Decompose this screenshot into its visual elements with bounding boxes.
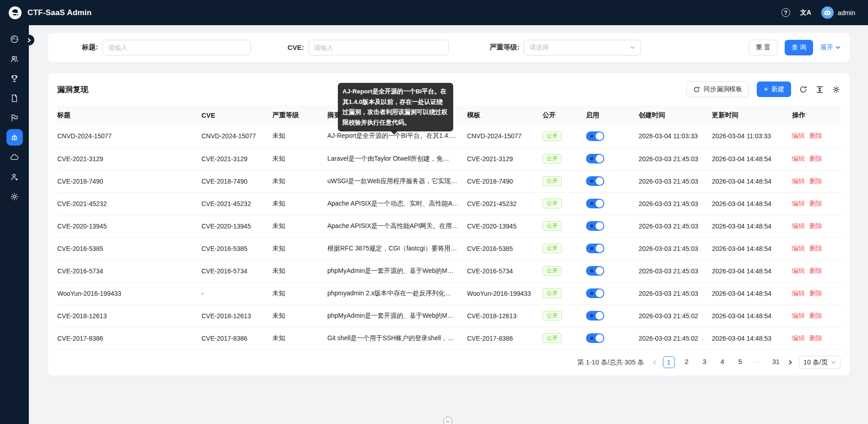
delete-link[interactable]: 删除 [809, 267, 822, 274]
pager-page[interactable]: 4 [716, 356, 728, 368]
page-size-value: 10 条/页 [803, 358, 828, 367]
pager-page[interactable]: 2 [681, 356, 693, 368]
cell-created: 2026-03-03 21:45:03 [639, 170, 712, 192]
enabled-toggle[interactable] [586, 311, 604, 321]
cloud-icon [10, 152, 19, 162]
delete-link[interactable]: 删除 [809, 289, 822, 297]
edit-link[interactable]: 编辑 [792, 222, 805, 229]
enabled-toggle[interactable] [586, 333, 604, 343]
app-logo-icon [8, 6, 22, 20]
pager-page[interactable]: 3 [699, 356, 711, 368]
new-button[interactable]: + 新建 [757, 82, 791, 97]
delete-link[interactable]: 删除 [809, 222, 822, 229]
cve-filter-input[interactable] [308, 40, 449, 55]
cell-actions: 编辑删除 [792, 215, 841, 237]
delete-link[interactable]: 删除 [809, 155, 822, 162]
page-size-select[interactable]: 10 条/页 [799, 356, 841, 369]
edit-link[interactable]: 编辑 [792, 289, 805, 297]
user-menu[interactable]: admin [821, 6, 855, 19]
summary-tooltip: AJ-Report是全开源的一个BI平台。在其1.4.0版本及以前，存在一处认证… [338, 83, 453, 131]
sidebar-item-flags[interactable] [6, 109, 23, 126]
enabled-toggle[interactable] [586, 244, 604, 253]
next-page-button[interactable] [788, 360, 793, 365]
help-icon[interactable]: ? [781, 8, 790, 17]
cell-title: CVE-2017-8386 [57, 327, 201, 349]
edit-link[interactable]: 编辑 [792, 177, 805, 185]
cell-updated: 2026-03-04 14:48:54 [712, 192, 792, 215]
cell-summary: phpmyadmin 2.x版本中存在一处反序列化… [327, 282, 467, 304]
table-row: CVE-2016-5734CVE-2016-5734未知phpMyAdmin是一… [57, 260, 841, 282]
search-button[interactable]: 查 询 [785, 40, 813, 55]
column-settings-button[interactable] [832, 85, 841, 94]
enabled-toggle[interactable] [586, 266, 604, 276]
public-badge: 公开 [542, 154, 562, 163]
edit-link[interactable]: 编辑 [792, 245, 805, 252]
severity-filter-select[interactable]: 请选择 [524, 40, 641, 55]
sidebar-item-user-management[interactable] [6, 169, 23, 185]
cell-cve: CVE-2018-7490 [201, 170, 272, 192]
cell-cve: CVE-2021-3129 [201, 147, 272, 170]
pager-page[interactable]: 1 [663, 356, 675, 368]
title-filter-input[interactable] [102, 40, 251, 55]
sidebar-item-dashboard[interactable] [6, 31, 23, 47]
cell-created: 2026-03-03 21:45:02 [639, 327, 712, 349]
sidebar-item-cloud[interactable] [6, 149, 23, 165]
refresh-button[interactable] [799, 85, 808, 94]
sidebar-item-documents[interactable] [6, 90, 23, 106]
public-badge: 公开 [542, 199, 562, 208]
cell-severity: 未知 [272, 327, 327, 349]
translate-icon[interactable]: 文A [800, 9, 811, 17]
edit-link[interactable]: 编辑 [792, 312, 805, 319]
delete-link[interactable]: 删除 [809, 132, 822, 139]
edit-link[interactable]: 编辑 [792, 155, 805, 162]
reset-button[interactable]: 重 置 [749, 40, 777, 55]
cell-summary: phpMyAdmin是一套开源的、基于Web的M… [327, 260, 467, 282]
pager-page[interactable]: 31 [770, 356, 782, 368]
pager-page[interactable]: 5 [734, 356, 746, 368]
cell-severity: 未知 [272, 170, 327, 192]
delete-link[interactable]: 删除 [809, 334, 822, 342]
cell-created: 2026-03-04 11:03:33 [639, 125, 712, 147]
floating-assistant-button[interactable] [443, 417, 452, 424]
sidebar-item-settings[interactable] [6, 188, 23, 205]
plus-icon: + [764, 85, 768, 93]
cell-title: CVE-2020-13945 [57, 215, 201, 237]
enabled-toggle[interactable] [586, 221, 604, 231]
sidebar-item-vulnerabilities[interactable] [6, 129, 23, 146]
sidebar-collapse-button[interactable] [24, 35, 34, 45]
refresh-icon [799, 86, 807, 93]
edit-link[interactable]: 编辑 [792, 267, 805, 274]
cell-template: CVE-2018-7490 [467, 170, 542, 192]
public-badge: 公开 [542, 176, 562, 186]
cell-actions: 编辑删除 [792, 327, 841, 349]
enabled-toggle[interactable] [586, 131, 604, 141]
row-height-button[interactable] [815, 85, 824, 94]
cell-summary: Apache APISIX是一个高性能API网关。在用… [327, 215, 467, 237]
enabled-toggle[interactable] [586, 288, 604, 298]
chevron-down-icon [630, 45, 635, 50]
table-row: CVE-2021-3129CVE-2021-3129未知Laravel是一个由T… [57, 147, 841, 170]
sidebar-item-trophy[interactable] [6, 70, 23, 87]
delete-link[interactable]: 删除 [809, 200, 822, 207]
delete-link[interactable]: 删除 [809, 177, 822, 185]
enabled-toggle[interactable] [586, 199, 604, 208]
app-title: CTF-SaaS Admin [27, 8, 92, 17]
cell-title: CVE-2016-5734 [57, 260, 201, 282]
delete-link[interactable]: 删除 [809, 245, 822, 252]
sync-template-button[interactable]: 同步漏洞模板 [686, 82, 749, 97]
cell-cve: CVE-2020-13945 [201, 215, 272, 237]
edit-link[interactable]: 编辑 [792, 200, 805, 207]
enabled-toggle[interactable] [586, 154, 604, 163]
expand-toggle[interactable]: 展开 [820, 43, 841, 52]
delete-link[interactable]: 删除 [809, 312, 822, 319]
edit-link[interactable]: 编辑 [792, 132, 805, 139]
edit-link[interactable]: 编辑 [792, 334, 805, 342]
table-body: CNVD-2024-15077CNVD-2024-15077未知AJ-Repor… [57, 125, 841, 349]
prev-page-button[interactable] [652, 360, 657, 365]
sidebar-item-users[interactable] [6, 50, 23, 67]
cell-public: 公开 [542, 237, 586, 260]
cell-template: CVE-2016-5734 [467, 260, 542, 282]
enabled-toggle[interactable] [586, 176, 604, 186]
cell-title: CVE-2018-7490 [57, 170, 201, 192]
cell-severity: 未知 [272, 192, 327, 215]
